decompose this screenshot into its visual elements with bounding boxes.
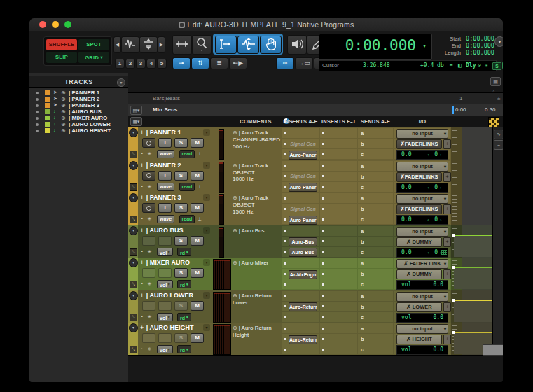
tracks-menu-button[interactable]: ▼ [117, 78, 125, 87]
insert-fj-slot[interactable] [320, 302, 357, 312]
track-name-caret-icon[interactable]: ▾ [203, 129, 210, 136]
ruler-view-selector-icon[interactable]: ▤▾ [130, 106, 142, 115]
insert-plugin-signal-gen[interactable]: Signal Gen [289, 140, 317, 148]
expand-plus-icon[interactable]: + [140, 324, 144, 331]
input-path-button[interactable]: no input▾ [396, 324, 448, 334]
track-view-button[interactable]: wave [157, 150, 174, 158]
sends-ae-column-header[interactable]: SENDS A-E [361, 118, 390, 125]
track-color-swatch[interactable] [45, 122, 50, 127]
input-monitor-button[interactable]: I [158, 203, 172, 213]
slip-mode-button[interactable]: SLIP [46, 52, 77, 63]
expand-plus-icon[interactable]: + [140, 259, 144, 266]
pan-value[interactable]: 0 [434, 183, 438, 192]
automation-mode-button[interactable]: rd ▾ [177, 248, 191, 256]
insert-fj-slot[interactable] [320, 149, 357, 159]
output-path-button[interactable]: ✗FADERLINKS [396, 139, 442, 149]
solo-button[interactable]: S [174, 236, 188, 246]
insert-ae-slot[interactable]: Auro-Return [282, 302, 319, 312]
track-color-strip[interactable]: ▾ ⤡ [128, 160, 138, 192]
global-solo-badge[interactable]: S [492, 62, 501, 70]
track-view-button[interactable]: wave [157, 183, 174, 191]
mute-button[interactable]: M [191, 171, 204, 181]
insert-ae-slot[interactable] [282, 258, 319, 268]
insert-fj-slot[interactable] [320, 269, 357, 279]
send-slot[interactable]: c [358, 344, 393, 354]
insert-ae-slot[interactable]: Signal Gen [282, 172, 319, 181]
waveform-zoom-button[interactable] [121, 36, 139, 53]
shuffle-mode-button[interactable]: SHUFFLE [46, 39, 77, 50]
track-color-strip[interactable]: ▾ ⤡ [128, 290, 138, 323]
add-ruler-icon[interactable]: ± [497, 95, 500, 102]
input-path-button[interactable]: no input▾ [396, 129, 448, 139]
track-name-caret-icon[interactable]: ▾ [203, 194, 210, 201]
insert-fj-slot[interactable] [320, 226, 357, 236]
start-value[interactable]: 0:00.000 [464, 35, 494, 42]
insert-ae-slot[interactable]: Auro-Bus [282, 237, 319, 246]
volume-value[interactable]: 0.0 [401, 150, 411, 159]
solo-button[interactable]: S [174, 138, 188, 148]
zoom-preset-1[interactable]: 1 [115, 59, 125, 69]
edit-window-view-icon[interactable]: ▤ [490, 77, 501, 86]
elastic-audio-icon[interactable]: ✳ [148, 280, 152, 288]
end-value[interactable]: 0:00.000 [464, 42, 494, 49]
insert-ae-slot[interactable] [282, 312, 319, 322]
insert-fj-slot[interactable] [320, 172, 357, 181]
record-slot[interactable] [142, 333, 155, 343]
track-name-caret-icon[interactable]: ▾ [203, 162, 210, 169]
output-path-button[interactable]: ✗ HEIGHT [396, 335, 442, 344]
track-freeze-icon[interactable]: ⤡ [130, 183, 137, 191]
send-slot[interactable]: b [358, 204, 393, 214]
insert-ae-slot[interactable]: Auro-Paner [282, 182, 319, 192]
sidebar-track-item[interactable]: ➤ ⊕ | PANNER 3 [29, 102, 128, 108]
trim-tool-button[interactable] [172, 35, 192, 55]
output-path-mini-button[interactable]: + [443, 302, 451, 312]
send-slot[interactable]: a [358, 258, 393, 268]
sidebar-track-item[interactable]: ↓ ⊕ | AURO LOWER [29, 121, 128, 127]
volume-display[interactable]: 0.0‹0› [396, 183, 448, 192]
track-freeze-icon[interactable]: ⤡ [130, 248, 137, 256]
insert-fj-slot[interactable] [320, 247, 357, 257]
send-slot[interactable]: b [358, 172, 393, 181]
track-color-strip[interactable]: ▾ ⤡ [128, 225, 138, 258]
insert-fj-slot[interactable] [320, 344, 357, 354]
input-monitor-button[interactable]: I [158, 138, 172, 148]
automation-lane-icon[interactable]: ⟂ [198, 215, 202, 223]
expand-plus-icon[interactable]: + [140, 227, 144, 234]
record-slot[interactable] [142, 301, 155, 311]
link-timeline-edit-button[interactable]: ≣ [210, 57, 228, 69]
output-path-button[interactable]: ✗ DUMMY [396, 237, 442, 247]
grid-mode-button[interactable]: GRID ▾ [78, 52, 109, 63]
input-slot[interactable] [158, 333, 172, 343]
track-view-button[interactable]: vol ▾ [157, 313, 173, 321]
output-path-mini-button[interactable]: + [443, 237, 451, 247]
pan-value[interactable]: 0 [434, 248, 438, 257]
counter-dropdown-caret[interactable]: ▾ [423, 43, 426, 49]
row-collapse-chevron-icon[interactable]: ▾ [129, 128, 138, 137]
elastic-audio-icon[interactable]: ✳ [148, 248, 152, 255]
bars-beats-ruler[interactable]: Bars|Beats 1 ± [128, 92, 503, 104]
insert-fj-slot[interactable] [320, 182, 357, 192]
output-path-button[interactable]: ✗ DUMMY [396, 270, 442, 279]
record-enable-button[interactable] [142, 138, 155, 148]
send-slot[interactable]: a [358, 193, 393, 203]
track-height-zoom-button[interactable] [139, 36, 158, 53]
automation-mode-button[interactable]: read [179, 183, 195, 191]
row-collapse-chevron-icon[interactable]: ▾ [129, 258, 138, 267]
timebase-clock-icon[interactable]: ◔ [140, 280, 143, 288]
track-color-strip[interactable]: ▾ ⤡ [128, 127, 138, 160]
automation-follows-edit-button[interactable]: →▭ [295, 57, 313, 69]
automation-line[interactable] [453, 300, 492, 301]
grid-value-indicator[interactable] [488, 117, 499, 127]
track-name-caret-icon[interactable]: ▾ [203, 259, 210, 266]
volume-value[interactable]: 0.0 [434, 314, 443, 322]
row-collapse-chevron-icon[interactable]: ▾ [129, 291, 138, 300]
track-color-strip[interactable]: ▾ ⤡ [128, 323, 138, 355]
insert-ae-slot[interactable] [282, 226, 319, 236]
insert-ae-slot[interactable] [282, 193, 319, 203]
mute-button[interactable]: M [191, 301, 204, 311]
mute-button[interactable]: M [191, 138, 204, 148]
insert-ae-slot[interactable] [282, 291, 319, 301]
mirrored-midi-button[interactable]: ⇅ [191, 57, 209, 69]
inserts-fj-column-header[interactable]: INSERTS F-J [321, 118, 355, 125]
expand-plus-icon[interactable]: + [140, 292, 144, 299]
